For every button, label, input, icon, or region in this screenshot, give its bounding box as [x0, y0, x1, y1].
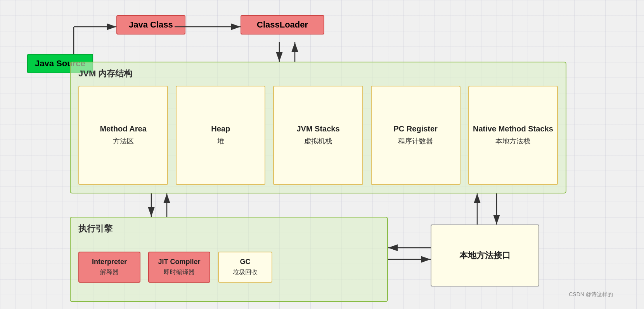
- gc-sub: 垃圾回收: [233, 268, 258, 276]
- interpreter-title: Interpreter: [92, 258, 127, 266]
- gc-cell: GC 垃圾回收: [218, 252, 272, 283]
- classloader-box: ClassLoader: [241, 15, 324, 35]
- native-interface-label: 本地方法接口: [459, 250, 511, 261]
- memory-cell-native-stacks: Native Method Stacks 本地方法栈: [468, 86, 558, 185]
- pc-register-sub: 程序计数器: [398, 136, 433, 146]
- heap-sub: 堆: [217, 136, 224, 146]
- jit-compiler-cell: JIT Compiler 即时编译器: [148, 252, 210, 283]
- interpreter-sub: 解释器: [100, 268, 119, 276]
- jvm-stacks-sub: 虚拟机栈: [304, 136, 332, 146]
- heap-title: Heap: [211, 124, 230, 133]
- classloader-label: ClassLoader: [257, 20, 308, 29]
- interpreter-cell: Interpreter 解释器: [78, 252, 140, 283]
- jit-title: JIT Compiler: [158, 258, 200, 266]
- memory-cell-heap: Heap 堆: [176, 86, 265, 185]
- jvm-stacks-title: JVM Stacks: [296, 124, 339, 133]
- native-stacks-title: Native Method Stacks: [473, 124, 553, 133]
- java-class-box: Java Class: [116, 15, 185, 35]
- method-area-sub: 方法区: [113, 136, 134, 146]
- native-stacks-sub: 本地方法栈: [495, 136, 530, 146]
- memory-cell-method-area: Method Area 方法区: [78, 86, 168, 185]
- gc-title: GC: [240, 258, 251, 266]
- watermark: CSDN @诗这样的: [569, 291, 613, 298]
- exec-cells-container: Interpreter 解释器 JIT Compiler 即时编译器 GC 垃圾…: [78, 241, 272, 293]
- jit-sub: 即时编译器: [164, 268, 195, 276]
- java-class-label: Java Class: [129, 20, 173, 29]
- memory-cell-pc-register: PC Register 程序计数器: [371, 86, 460, 185]
- pc-register-title: PC Register: [394, 124, 438, 133]
- method-area-title: Method Area: [100, 124, 146, 133]
- jvm-memory-section: JVM 内存结构 Method Area 方法区 Heap 堆 JVM Stac…: [70, 62, 566, 193]
- diagram-container: Java Source Java Class ClassLoader JVM 内…: [23, 7, 621, 302]
- jvm-memory-label: JVM 内存结构: [78, 68, 132, 79]
- memory-cells-container: Method Area 方法区 Heap 堆 JVM Stacks 虚拟机栈 P…: [78, 86, 558, 185]
- watermark-text: CSDN @诗这样的: [569, 291, 613, 297]
- exec-engine-label: 执行引擎: [78, 223, 113, 235]
- exec-engine-section: 执行引擎 Interpreter 解释器 JIT Compiler 即时编译器 …: [70, 217, 388, 302]
- native-interface-box: 本地方法接口: [431, 224, 539, 287]
- memory-cell-jvm-stacks: JVM Stacks 虚拟机栈: [273, 86, 363, 185]
